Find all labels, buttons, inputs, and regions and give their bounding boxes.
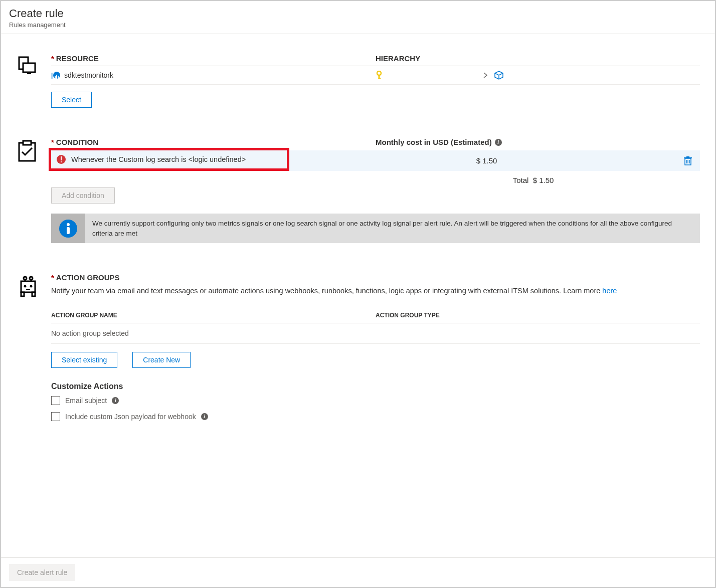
chevron-right-icon [483, 72, 488, 79]
svg-rect-5 [55, 76, 56, 79]
svg-rect-6 [56, 75, 57, 79]
svg-rect-10 [379, 78, 381, 79]
svg-point-30 [30, 277, 33, 280]
customize-actions-heading: Customize Actions [51, 382, 700, 391]
svg-rect-17 [684, 157, 692, 158]
resource-section: *RESOURCE HIERARCHY sdktest [16, 54, 700, 108]
info-box-text: We currently support configuring only tw… [85, 214, 700, 243]
svg-point-23 [67, 223, 70, 226]
total-value: $ 1.50 [533, 176, 554, 184]
info-icon[interactable]: i [201, 413, 208, 420]
action-groups-icon [16, 273, 51, 428]
action-groups-heading: ACTION GROUPS [56, 273, 120, 282]
svg-point-28 [24, 277, 27, 280]
svg-point-33 [30, 285, 33, 288]
svg-rect-1 [23, 63, 35, 72]
svg-rect-12 [23, 141, 31, 145]
svg-rect-7 [58, 76, 59, 79]
svg-rect-25 [21, 281, 35, 292]
hierarchy-heading: HIERARCHY [376, 54, 700, 63]
breadcrumb: Rules management [9, 21, 707, 29]
total-label: Total [513, 176, 529, 184]
svg-rect-27 [32, 292, 35, 296]
ag-col-name: ACTION GROUP NAME [51, 312, 376, 319]
select-existing-button[interactable]: Select existing [51, 352, 117, 368]
svg-rect-15 [61, 161, 62, 162]
select-resource-button[interactable]: Select [51, 92, 92, 108]
condition-icon [16, 138, 51, 243]
svg-rect-2 [27, 73, 31, 74]
resource-icon [16, 54, 51, 108]
email-subject-checkbox[interactable] [51, 396, 60, 405]
action-groups-desc: Notify your team via email and text mess… [51, 287, 602, 295]
info-box: We currently support configuring only tw… [51, 214, 700, 243]
ag-col-type: ACTION GROUP TYPE [376, 312, 700, 319]
svg-rect-14 [61, 156, 62, 160]
create-new-button[interactable]: Create New [132, 352, 191, 368]
svg-rect-26 [21, 292, 24, 296]
custom-json-checkbox[interactable] [51, 412, 60, 421]
info-box-icon [51, 214, 85, 243]
resource-row[interactable]: sdktestmonitork [51, 66, 700, 85]
resource-heading: RESOURCE [56, 54, 99, 63]
condition-section: *CONDITION Monthly cost in USD (Estimate… [16, 138, 700, 243]
add-condition-button: Add condition [51, 187, 115, 204]
custom-json-label: Include custom Json payload for webhook [65, 413, 196, 421]
delete-icon[interactable] [684, 156, 694, 165]
action-groups-section: *ACTION GROUPS Notify your team via emai… [16, 273, 700, 428]
resource-name-text: sdktestmonitork [64, 71, 113, 79]
learn-more-link[interactable]: here [602, 287, 617, 295]
email-subject-label: Email subject [65, 397, 107, 405]
create-alert-rule-button: Create alert rule [9, 564, 75, 581]
condition-cost-heading: Monthly cost in USD (Estimated) [376, 138, 492, 146]
svg-rect-34 [26, 289, 30, 290]
key-icon [376, 71, 383, 80]
svg-point-8 [377, 71, 381, 75]
footer: Create alert rule [1, 557, 715, 587]
svg-point-32 [24, 285, 27, 288]
condition-row[interactable]: Whenever the Custom log search is <logic… [51, 150, 700, 171]
ag-empty-text: No action group selected [51, 323, 700, 344]
condition-cost: $ 1.50 [289, 156, 684, 165]
resource-type-icon [51, 71, 60, 80]
svg-rect-3 [51, 73, 53, 79]
svg-rect-24 [67, 227, 70, 234]
condition-heading: CONDITION [56, 138, 98, 146]
alert-icon [56, 154, 66, 164]
info-icon[interactable]: i [495, 139, 502, 146]
condition-text: Whenever the Custom log search is <logic… [71, 155, 246, 163]
svg-rect-18 [686, 156, 689, 157]
info-icon[interactable]: i [112, 397, 119, 404]
page-title: Create rule [9, 7, 707, 20]
page-header: Create rule Rules management [1, 1, 715, 34]
cube-icon [494, 70, 504, 80]
